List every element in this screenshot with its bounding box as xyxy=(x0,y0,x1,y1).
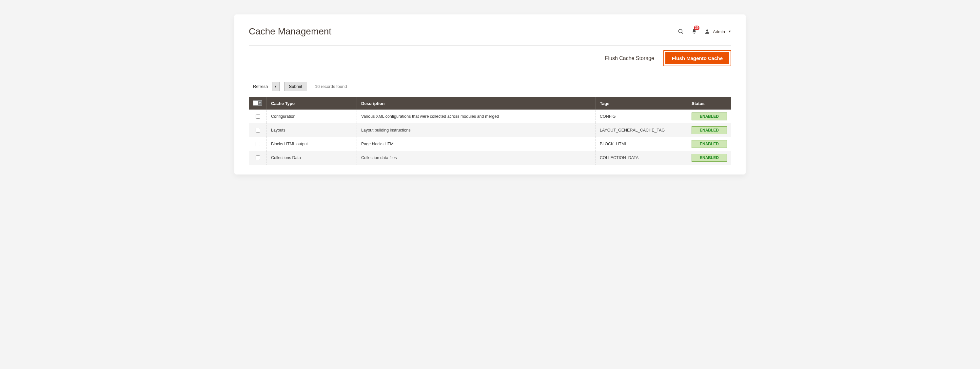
svg-point-0 xyxy=(679,29,682,33)
row-checkbox[interactable] xyxy=(256,142,260,146)
cell-type: Configuration xyxy=(267,110,357,123)
chevron-down-icon: ▼ xyxy=(272,82,279,91)
mass-action-select[interactable]: Refresh ▼ xyxy=(249,81,280,91)
notification-bell[interactable]: 39 xyxy=(691,28,697,35)
status-badge: ENABLED xyxy=(692,126,727,134)
row-checkbox[interactable] xyxy=(256,114,260,119)
cell-tags: COLLECTION_DATA xyxy=(595,151,687,165)
col-header-tags: Tags xyxy=(595,97,687,110)
table-row: Collections Data Collection data files C… xyxy=(249,151,731,165)
flush-magento-cache-button[interactable]: Flush Magento Cache xyxy=(665,52,729,64)
cell-description: Various XML configurations that were col… xyxy=(357,110,595,123)
svg-point-2 xyxy=(706,30,708,32)
page-title: Cache Management xyxy=(249,26,331,37)
col-header-description: Description xyxy=(357,97,595,110)
submit-button[interactable]: Submit xyxy=(284,81,307,91)
search-icon[interactable] xyxy=(678,28,684,35)
cell-tags: CONFIG xyxy=(595,110,687,123)
cell-type: Blocks HTML output xyxy=(267,137,357,151)
user-menu[interactable]: Admin ▼ xyxy=(704,29,731,34)
row-checkbox[interactable] xyxy=(256,128,260,133)
cell-type: Collections Data xyxy=(267,151,357,165)
table-row: Layouts Layout building instructions LAY… xyxy=(249,123,731,137)
col-header-status: Status xyxy=(687,97,731,110)
status-badge: ENABLED xyxy=(692,154,727,162)
table-row: Blocks HTML output Page blocks HTML BLOC… xyxy=(249,137,731,151)
row-checkbox[interactable] xyxy=(256,155,260,160)
select-all-header[interactable]: ▼ xyxy=(249,97,267,110)
chevron-down-icon: ▼ xyxy=(728,30,731,33)
notification-count-badge: 39 xyxy=(694,26,700,30)
col-header-type: Cache Type xyxy=(267,97,357,110)
user-icon xyxy=(704,29,710,34)
mass-action-label: Refresh xyxy=(249,82,272,91)
cache-grid: ▼ Cache Type Description Tags Status Con… xyxy=(249,97,731,165)
svg-line-1 xyxy=(682,32,683,34)
cell-description: Layout building instructions xyxy=(357,123,595,137)
flush-magento-highlight: Flush Magento Cache xyxy=(663,50,731,66)
status-badge: ENABLED xyxy=(692,112,727,120)
user-label: Admin xyxy=(713,29,725,34)
cell-tags: BLOCK_HTML xyxy=(595,137,687,151)
table-row: Configuration Various XML configurations… xyxy=(249,110,731,123)
cell-description: Page blocks HTML xyxy=(357,137,595,151)
cell-description: Collection data files xyxy=(357,151,595,165)
flush-cache-storage-button[interactable]: Flush Cache Storage xyxy=(605,54,654,63)
records-found-label: 16 records found xyxy=(315,84,347,89)
status-badge: ENABLED xyxy=(692,140,727,148)
cell-type: Layouts xyxy=(267,123,357,137)
cell-tags: LAYOUT_GENERAL_CACHE_TAG xyxy=(595,123,687,137)
